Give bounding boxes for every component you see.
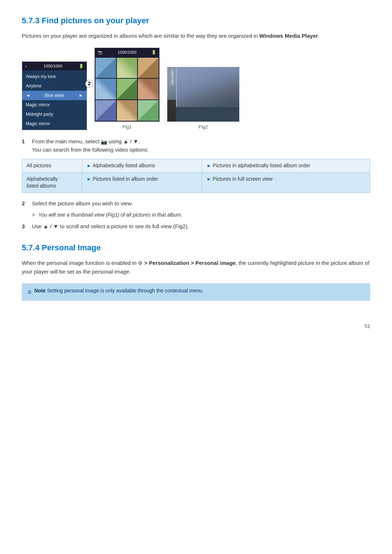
cell-1-1: All pictures [22,159,82,173]
intro-text: Pictures on your player are organized in… [22,33,260,39]
device-2-battery: 🔋 [151,49,156,56]
album-item: Midnight party [22,110,87,119]
thumbnail [138,100,159,121]
gt-arrow: > [32,212,35,218]
fig2-label: Fig2 [199,123,208,131]
arrow-left-icon: ◄ [26,92,30,99]
intro-bold: Windows Media Player [260,33,318,39]
step-2: 2 Select the picture album you wish to v… [22,200,370,208]
gear-icon: ⚙ [138,260,143,266]
italic-step: > You will see a thumbnail view (Fig1) o… [32,211,370,219]
page-number: 51 [22,323,370,330]
selected-album-label: Blue skies [45,92,65,99]
note-text: Note Setting personal image is only avai… [34,287,204,295]
cell-1-2: ► Alphabetically listed albums [82,159,202,173]
device-2-header: 📷 1000/1000 🔋 [95,48,159,57]
arrow-right-icon: ► [79,92,83,99]
album-list: Always my love Anytime ◄ Blue skies ► Ma… [22,70,87,130]
step-1-number: 1 [22,138,28,146]
step-3-number: 3 [22,222,28,231]
album-item: Always my love [22,72,87,81]
table-row: Alphabeticallylisted albums ► Pictures l… [22,172,370,193]
cell-2-1: Alphabeticallylisted albums [22,172,82,193]
section-title-2: 5.7.4 Personal Image [22,242,370,254]
device-3: 1000/1000 📷 [167,67,240,122]
thumbnail [95,100,116,121]
full-image: 1000/1000 📷 [167,67,239,122]
device-2-counter: 1000/1000 [118,49,136,56]
vertical-counter: 1000/1000 [170,69,175,85]
device-2: 📷 1000/1000 🔋 [94,48,160,122]
personal-image-intro: When the personal image function is enab… [22,259,370,276]
fig1-label: Fig1 [122,123,131,131]
step-3: 3 Use ▲ / ▼ to scroll and select a pictu… [22,222,370,231]
intro-paragraph: Pictures on your player are organized in… [22,32,370,40]
note-content-text: Setting personal image is only available… [47,288,204,294]
step-3-text: Use ▲ / ▼ to scroll and select a picture… [32,222,189,231]
step-1: 1 From the main menu, select 📷 using ▲ /… [22,138,370,154]
table-row: All pictures ► Alphabetically listed alb… [22,159,370,173]
music-icon: ♪ [25,63,27,69]
badge-2: 2 [85,80,93,88]
camera-icon-step1: 📷 [101,138,107,146]
thumbnail [117,79,138,99]
step-2-number: 2 [22,200,28,208]
note-label: Note [34,288,46,294]
personal-bold: > Personalization > Personal image [143,260,236,266]
step-1-text: From the main menu, select 📷 using ▲ / ▼… [32,138,148,154]
arrow-icon-2: ► [207,163,212,168]
cell-1-3: ► Pictures in alphabetically listed albu… [202,159,370,173]
section-title: 5.7.3 Find pictures on your player [22,15,370,26]
step-1-subtext: You can search from the following video … [32,147,148,153]
intro-end: . [318,33,319,39]
figure-1-wrapper: ♪ 1000/1000 🔋 Always my love Anytime ◄ B… [22,61,87,131]
thumbnail [95,58,116,78]
thumbnail [138,58,159,78]
thumbnail-grid [95,57,159,122]
album-selected: ◄ Blue skies ► [22,91,87,100]
personal-intro-text: When the personal image function is enab… [22,260,138,266]
camera-icon-header: 📷 [98,49,103,56]
album-item: Magic mirror [22,119,87,128]
figure-2-wrapper: 📷 1000/1000 🔋 Fig1 [94,48,160,130]
figures-row: ♪ 1000/1000 🔋 Always my love Anytime ◄ B… [22,48,370,130]
thumbnail [117,58,138,78]
thumbnail [138,79,159,99]
album-item: Anytime [22,81,87,91]
note-icon: ≡ [28,287,32,297]
step-1-text-after: using ▲ / ▼. [107,138,140,144]
battery-icon: 🔋 [79,63,84,69]
arrow-icon-1: ► [87,163,93,168]
thumbnail [95,79,116,99]
options-table: All pictures ► Alphabetically listed alb… [22,159,370,193]
cell-2-2: ► Pictures listed in album order [82,172,202,193]
step-1-text-before: From the main menu, select [32,138,101,144]
album-item: Magic mirror [22,100,87,110]
thumbnail [117,100,138,121]
arrow-icon-3: ► [87,176,93,182]
cell-2-3: ► Pictures in full screen view [202,172,370,193]
device-1: ♪ 1000/1000 🔋 Always my love Anytime ◄ B… [22,61,87,131]
italic-text: You will see a thumbnail view (Fig1) of … [38,212,183,218]
device-1-header: ♪ 1000/1000 🔋 [22,62,87,71]
arrow-icon-4: ► [207,176,212,182]
note-box: ≡ Note Setting personal image is only av… [22,283,370,301]
step-2-text: Select the picture album you wish to vie… [32,200,133,208]
figure-3-wrapper: 1000/1000 📷 Fig2 [167,67,240,131]
device-1-counter: 1000/1000 [44,63,62,69]
